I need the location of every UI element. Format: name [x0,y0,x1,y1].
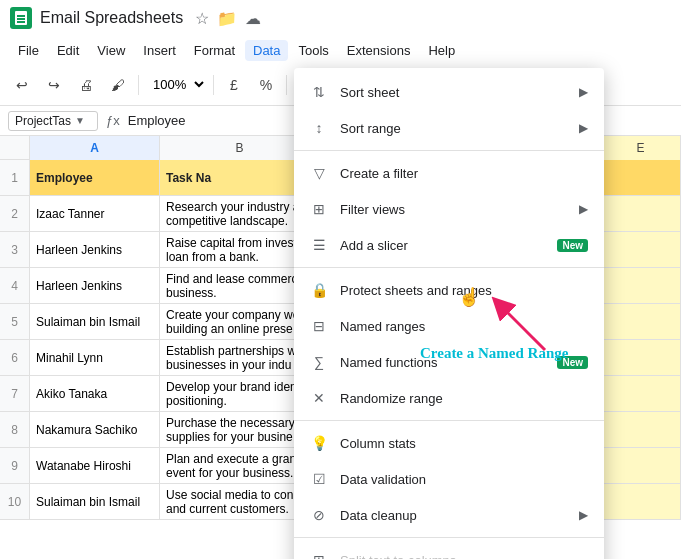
formula-icon: ƒx [106,113,120,128]
row-num-5: 5 [0,304,30,339]
column-stats-icon: 💡 [310,435,328,451]
named-functions-icon: ∑ [310,354,328,370]
cell-6e[interactable] [601,340,681,375]
cell-8a[interactable]: Nakamura Sachiko [30,412,160,447]
row-num-4: 4 [0,268,30,303]
menu-item-data-validation[interactable]: ☑ Data validation [294,461,604,497]
toolbar-separator-2 [213,75,214,95]
data-cleanup-arrow: ▶ [579,508,588,522]
row-num-7: 7 [0,376,30,411]
redo-button[interactable]: ↪ [40,71,68,99]
menu-item-column-stats[interactable]: 💡 Column stats [294,425,604,461]
cloud-icon[interactable]: ☁ [245,9,261,28]
file-title: Email Spreadsheets [40,9,183,27]
star-icon[interactable]: ☆ [195,9,209,28]
menu-item-named-ranges[interactable]: ⊟ Named ranges [294,308,604,344]
undo-button[interactable]: ↩ [8,71,36,99]
title-bar: Email Spreadsheets ☆ 📁 ☁ [0,0,681,36]
menu-item-randomize-range[interactable]: ✕ Randomize range [294,380,604,416]
separator-4 [294,537,604,538]
menu-item-create-filter[interactable]: ▽ Create a filter [294,155,604,191]
data-validation-label: Data validation [340,472,588,487]
cell-8e[interactable] [601,412,681,447]
row-num-6: 6 [0,340,30,375]
menu-file[interactable]: File [10,40,47,61]
separator-2 [294,267,604,268]
menu-item-add-slicer[interactable]: ☰ Add a slicer New [294,227,604,263]
cell-5e[interactable] [601,304,681,339]
menu-tools[interactable]: Tools [290,40,336,61]
sort-range-icon: ↕ [310,120,328,136]
cell-2e[interactable] [601,196,681,231]
data-validation-icon: ☑ [310,471,328,487]
cell-4a[interactable]: Harleen Jenkins [30,268,160,303]
menu-edit[interactable]: Edit [49,40,87,61]
menu-item-named-functions[interactable]: ∑ Named functions New [294,344,604,380]
row-num-1: 1 [0,160,30,195]
cell-7a[interactable]: Akiko Tanaka [30,376,160,411]
col-header-e[interactable]: E [601,136,681,160]
named-ranges-label: Named ranges [340,319,588,334]
cell-ref-arrow: ▼ [75,115,85,126]
menu-format[interactable]: Format [186,40,243,61]
cell-6a[interactable]: Minahil Lynn [30,340,160,375]
sort-range-arrow: ▶ [579,121,588,135]
menu-item-filter-views[interactable]: ⊞ Filter views ▶ [294,191,604,227]
menu-item-protect-sheets[interactable]: 🔒 Protect sheets and ranges [294,272,604,308]
named-functions-new-badge: New [557,356,588,369]
data-menu-dropdown: ⇅ Sort sheet ▶ ↕ Sort range ▶ ▽ Create a… [294,68,604,559]
row-num-8: 8 [0,412,30,447]
col-header-a[interactable]: A [30,136,160,160]
create-filter-label: Create a filter [340,166,588,181]
row-num-9: 9 [0,448,30,483]
add-slicer-icon: ☰ [310,237,328,253]
sort-sheet-icon: ⇅ [310,84,328,100]
split-text-icon: ⊞ [310,552,328,559]
cell-reference-box[interactable]: ProjectTas ▼ [8,111,98,131]
sort-sheet-arrow: ▶ [579,85,588,99]
separator-3 [294,420,604,421]
data-cleanup-icon: ⊘ [310,507,328,523]
menu-item-data-cleanup[interactable]: ⊘ Data cleanup ▶ [294,497,604,533]
formula-value: Employee [128,113,186,128]
menu-extensions[interactable]: Extensions [339,40,419,61]
menu-bar: File Edit View Insert Format Data Tools … [0,36,681,64]
zoom-selector[interactable]: 100% [145,74,207,95]
cell-5a[interactable]: Sulaiman bin Ismail [30,304,160,339]
menu-data[interactable]: Data [245,40,288,61]
filter-views-arrow: ▶ [579,202,588,216]
cell-9e[interactable] [601,448,681,483]
cell-10e[interactable] [601,484,681,519]
menu-item-split-text: ⊞ Split text to columns [294,542,604,559]
separator-1 [294,150,604,151]
randomize-range-label: Randomize range [340,391,588,406]
toolbar-separator-1 [138,75,139,95]
row-num-3: 3 [0,232,30,267]
folder-icon[interactable]: 📁 [217,9,237,28]
row-num-2: 2 [0,196,30,231]
cell-3e[interactable] [601,232,681,267]
menu-help[interactable]: Help [420,40,463,61]
filter-views-label: Filter views [340,202,567,217]
menu-view[interactable]: View [89,40,133,61]
menu-item-sort-range[interactable]: ↕ Sort range ▶ [294,110,604,146]
title-icons: ☆ 📁 ☁ [195,9,261,28]
sort-range-label: Sort range [340,121,567,136]
menu-insert[interactable]: Insert [135,40,184,61]
cell-4e[interactable] [601,268,681,303]
cell-1a[interactable]: Employee [30,160,160,195]
cell-10a[interactable]: Sulaiman bin Ismail [30,484,160,519]
currency-percent-button[interactable]: % [252,71,280,99]
sheets-icon [10,7,32,29]
sort-sheet-label: Sort sheet [340,85,567,100]
cell-3a[interactable]: Harleen Jenkins [30,232,160,267]
print-button[interactable]: 🖨 [72,71,100,99]
cell-9a[interactable]: Watanabe Hiroshi [30,448,160,483]
split-text-label: Split text to columns [340,553,588,560]
paint-format-button[interactable]: 🖌 [104,71,132,99]
currency-pound-button[interactable]: £ [220,71,248,99]
cell-2a[interactable]: Izaac Tanner [30,196,160,231]
menu-item-sort-sheet[interactable]: ⇅ Sort sheet ▶ [294,74,604,110]
cell-7e[interactable] [601,376,681,411]
cell-1e[interactable] [601,160,681,195]
